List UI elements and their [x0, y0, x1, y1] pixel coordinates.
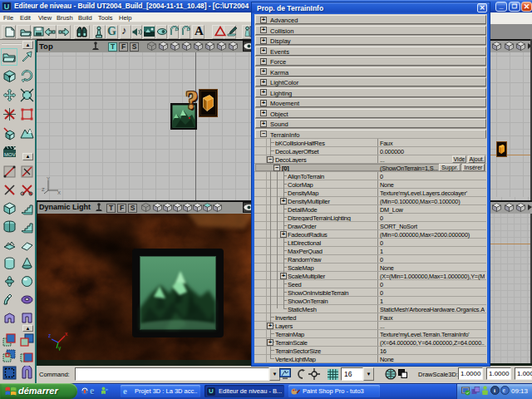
svg-text:X: X [57, 190, 61, 195]
svg-text:Y: Y [47, 177, 50, 181]
svg-text:i: i [494, 387, 495, 394]
svg-text:z: z [48, 332, 51, 338]
svg-text:x: x [65, 331, 68, 337]
svg-text:MOV: MOV [4, 152, 16, 157]
svg-text:Z: Z [42, 187, 45, 192]
svg-text:y: y [58, 345, 62, 351]
